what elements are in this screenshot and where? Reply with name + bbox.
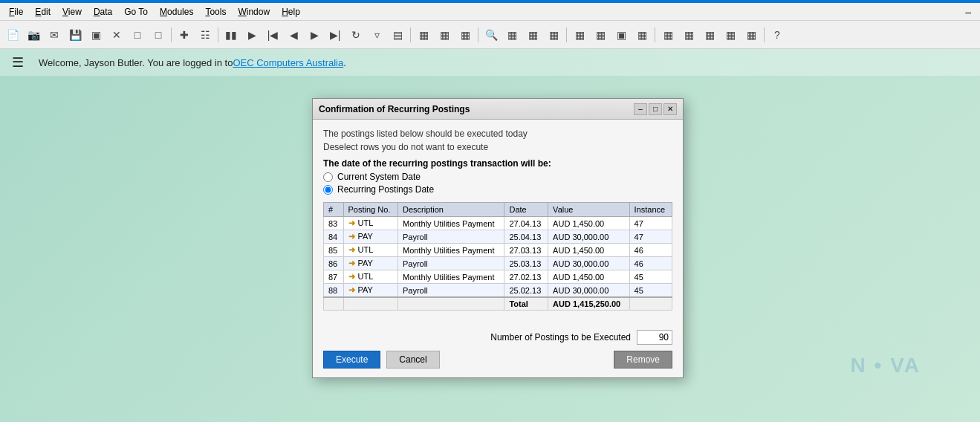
dialog-body: The postings listed below should be exec…: [313, 120, 683, 325]
menu-window[interactable]: Window: [232, 5, 276, 19]
table-row[interactable]: 85➜UTLMonthly Utilities Payment27.03.13A…: [324, 244, 672, 257]
cell-date: 27.04.13: [504, 217, 548, 230]
toolbar-nav-prev[interactable]: ◀: [284, 25, 303, 45]
toolbar-btn-21[interactable]: ▦: [570, 25, 589, 45]
toolbar-btn-4[interactable]: 💾: [65, 25, 85, 45]
toolbar-btn-9[interactable]: ✚: [175, 25, 194, 45]
table-row[interactable]: 86➜PAYPayroll25.03.13AUD 30,000.0046: [324, 257, 672, 270]
toolbar-btn-18[interactable]: ▦: [502, 25, 522, 45]
toolbar-sep-7: [764, 27, 765, 42]
toolbar-btn-19[interactable]: ▦: [523, 25, 542, 45]
toolbar: 📄 📷 ✉ 💾 ▣ ✕ □ □ ✚ ☷ ▮▮ ▶ |◀ ◀ ▶ ▶| ↻ ▿ ▤…: [0, 21, 980, 49]
toolbar-sep-3: [410, 27, 411, 42]
menu-view[interactable]: View: [56, 5, 88, 19]
menu-edit[interactable]: Edit: [29, 5, 56, 19]
toolbar-btn-23[interactable]: ▣: [611, 25, 631, 45]
table-row[interactable]: 83➜UTLMonthly Utilities Payment27.04.13A…: [324, 217, 672, 230]
toolbar-btn-29[interactable]: ▦: [742, 25, 761, 45]
cell-num: 86: [324, 257, 344, 270]
dialog-close-button[interactable]: ✕: [663, 103, 677, 115]
toolbar-btn-filter[interactable]: ▿: [367, 25, 386, 45]
toolbar-nav-first[interactable]: |◀: [263, 25, 282, 45]
cell-date: 25.03.13: [504, 257, 548, 270]
toolbar-btn-help[interactable]: ?: [768, 25, 787, 45]
table-row[interactable]: 84➜PAYPayroll25.04.13AUD 30,000.0047: [324, 230, 672, 244]
cell-date: 27.02.13: [504, 270, 548, 284]
dialog-controls: – □ ✕: [634, 103, 677, 115]
toolbar-btn-25[interactable]: ▦: [658, 25, 678, 45]
col-header-value: Value: [548, 203, 629, 217]
cell-value: AUD 1,450.00: [548, 217, 629, 230]
menu-modules[interactable]: Modules: [154, 5, 199, 19]
remove-button[interactable]: Remove: [614, 351, 672, 369]
minimize-button[interactable]: –: [959, 6, 977, 18]
toolbar-btn-16[interactable]: ▦: [455, 25, 475, 45]
company-link[interactable]: OEC Computers Australia: [233, 57, 343, 68]
dialog-title: Confirmation of Recurring Postings: [319, 104, 470, 114]
toolbar-btn-14[interactable]: ▦: [414, 25, 433, 45]
radio-recurring-postings-date-input[interactable]: [323, 185, 333, 195]
toolbar-btn-17[interactable]: 🔍: [481, 25, 501, 45]
toolbar-btn-28[interactable]: ▦: [721, 25, 740, 45]
menu-file[interactable]: File: [3, 5, 29, 19]
toolbar-btn-8[interactable]: □: [149, 25, 168, 45]
dialog-restore-button[interactable]: □: [649, 103, 662, 115]
toolbar-btn-22[interactable]: ▦: [591, 25, 610, 45]
postings-table: # Posting No. Description Date Value Ins…: [323, 202, 672, 311]
menu-tools[interactable]: Tools: [199, 5, 232, 19]
dialog-minimize-button[interactable]: –: [634, 103, 647, 115]
toolbar-sep-2: [218, 27, 218, 42]
hamburger-menu[interactable]: ☰: [12, 54, 24, 71]
cell-description: Payroll: [397, 230, 504, 244]
cell-num: 83: [324, 217, 344, 230]
toolbar-btn-refresh[interactable]: ↻: [346, 25, 366, 45]
radio-current-system-date-input[interactable]: [323, 172, 333, 182]
toolbar-btn-6[interactable]: ✕: [107, 25, 126, 45]
toolbar-btn-7[interactable]: □: [128, 25, 147, 45]
execute-button[interactable]: Execute: [323, 351, 380, 369]
dialog-info-line1: The postings listed below should be exec…: [323, 129, 672, 139]
cell-value: AUD 1,450.00: [548, 270, 629, 284]
welcome-bar: ☰ Welcome, Jayson Butler. You are logged…: [0, 49, 980, 76]
toolbar-btn-26[interactable]: ▦: [679, 25, 698, 45]
watermark: N • VA: [851, 354, 921, 377]
toolbar-btn-15[interactable]: ▦: [435, 25, 454, 45]
cancel-button[interactable]: Cancel: [386, 351, 439, 369]
cell-num: 84: [324, 230, 344, 244]
radio-current-system-date[interactable]: Current System Date: [323, 172, 672, 182]
cell-posting: ➜UTL: [343, 217, 397, 230]
cell-instance: 46: [629, 244, 672, 257]
toolbar-sep-4: [478, 27, 478, 42]
toolbar-btn-5[interactable]: ▣: [86, 25, 106, 45]
toolbar-nav-last[interactable]: ▶|: [325, 25, 345, 45]
toolbar-btn-11[interactable]: ▮▮: [221, 25, 241, 45]
toolbar-btn-3[interactable]: ✉: [45, 25, 64, 45]
toolbar-btn-1[interactable]: 📄: [3, 25, 22, 45]
cell-num: 85: [324, 244, 344, 257]
toolbar-btn-10[interactable]: ☷: [195, 25, 215, 45]
toolbar-btn-13[interactable]: ▤: [388, 25, 407, 45]
table-row[interactable]: 87➜UTLMonthly Utilities Payment27.02.13A…: [324, 270, 672, 284]
table-total-row: TotalAUD 1,415,250.00: [324, 297, 672, 311]
toolbar-btn-2[interactable]: 📷: [24, 25, 43, 45]
menu-help[interactable]: Help: [276, 5, 306, 19]
radio-recurring-postings-date-label: Recurring Postings Date: [337, 184, 434, 195]
menu-goto[interactable]: Go To: [118, 5, 154, 19]
radio-group: Current System Date Recurring Postings D…: [323, 172, 672, 195]
toolbar-btn-12[interactable]: ▶: [242, 25, 262, 45]
toolbar-btn-27[interactable]: ▦: [700, 25, 719, 45]
menu-data[interactable]: Data: [88, 5, 118, 19]
cell-posting: ➜PAY: [343, 230, 397, 244]
toolbar-btn-24[interactable]: ▦: [632, 25, 652, 45]
radio-recurring-postings-date[interactable]: Recurring Postings Date: [323, 184, 672, 195]
table-row[interactable]: 88➜PAYPayroll25.02.13AUD 30,000.0045: [324, 284, 672, 298]
col-header-instance: Instance: [629, 203, 672, 217]
toolbar-nav-next[interactable]: ▶: [305, 25, 324, 45]
welcome-text: Welcome, Jayson Butler. You are logged i…: [39, 57, 233, 68]
cell-date: 27.03.13: [504, 244, 548, 257]
toolbar-btn-20[interactable]: ▦: [544, 25, 563, 45]
total-label: Total: [504, 297, 548, 311]
cell-date: 25.04.13: [504, 230, 548, 244]
postings-count-row: Number of Postings to be Executed 90: [323, 330, 672, 345]
cell-num: 88: [324, 284, 344, 298]
